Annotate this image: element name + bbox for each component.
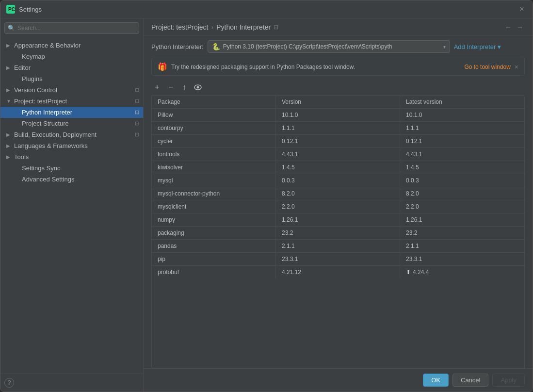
cell-version: 1.4.5 — [276, 161, 400, 174]
sidebar-item-settings-sync[interactable]: Settings Sync — [0, 163, 143, 174]
table-body: Pillow10.1.010.1.0contourpy1.1.11.1.1cyc… — [152, 109, 524, 368]
chevron-right-icon: ▶ — [6, 132, 12, 137]
help-button[interactable]: ? — [4, 378, 14, 388]
sidebar-item-label: Plugins — [22, 75, 43, 82]
cell-latest-version: 0.12.1 — [400, 135, 524, 147]
sidebar-item-label: Advanced Settings — [22, 176, 74, 183]
sidebar-item-plugins[interactable]: Plugins — [0, 73, 143, 84]
table-row[interactable]: cycler0.12.10.12.1 — [152, 135, 524, 148]
table-row[interactable]: pandas2.1.12.1.1 — [152, 240, 524, 253]
cell-package: contourpy — [152, 122, 276, 134]
search-box: 🔍 — [4, 22, 139, 34]
sidebar-item-tools[interactable]: ▶ Tools — [0, 151, 143, 163]
close-button[interactable]: × — [517, 4, 527, 14]
latest-version-value: 4.24.4 — [413, 269, 429, 276]
cell-package: mysqlclient — [152, 200, 276, 213]
content-area: Project: testProject › Python Interprete… — [144, 18, 533, 392]
apply-button[interactable]: Apply — [492, 374, 525, 387]
table-row[interactable]: mysql0.0.30.0.3 — [152, 174, 524, 187]
interpreter-row: Python Interpreter: 🐍 Python 3.10 (testP… — [144, 35, 533, 58]
forward-button[interactable]: → — [515, 23, 525, 31]
sidebar-item-advanced-settings[interactable]: Advanced Settings — [0, 174, 143, 185]
nav-arrows: ← → — [503, 23, 525, 31]
project-structure-icon: ⊡ — [135, 120, 139, 127]
table-row[interactable]: mysqlclient2.2.02.2.0 — [152, 200, 524, 213]
interpreter-select-value: Python 3.10 (testProject) C:\pyScript\te… — [223, 43, 392, 50]
table-row[interactable]: packaging23.223.2 — [152, 227, 524, 240]
table-row[interactable]: pip23.3.123.3.1 — [152, 253, 524, 266]
interpreter-chevron-icon: ▾ — [443, 44, 446, 49]
cell-latest-version: 23.2 — [400, 227, 524, 239]
sidebar-item-label: Settings Sync — [22, 164, 61, 172]
banner-text: Try the redesigned packaging support in … — [171, 64, 460, 70]
table-header: Package Version Latest version — [152, 96, 524, 109]
cell-latest-version: 1.1.1 — [400, 122, 524, 134]
gift-icon: 🎁 — [158, 62, 167, 71]
sidebar-item-keymap[interactable]: Keymap — [0, 51, 143, 62]
sidebar-item-editor[interactable]: ▶ Editor — [0, 62, 143, 73]
packages-toolbar: + − ↑ — [144, 80, 533, 95]
cell-version: 0.12.1 — [276, 135, 400, 147]
show-details-button[interactable] — [192, 82, 204, 93]
table-row[interactable]: numpy1.26.11.26.1 — [152, 213, 524, 227]
version-control-icon: ⊡ — [135, 87, 139, 93]
go-to-tool-window-link[interactable]: Go to tool window — [464, 64, 510, 70]
move-up-button[interactable]: ↑ — [178, 82, 190, 93]
cell-package: kiwisolver — [152, 161, 276, 174]
project-icon: ⊡ — [135, 98, 139, 104]
main-layout: 🔍 ▶ Appearance & Behavior Keymap ▶ Edito… — [0, 18, 533, 392]
back-button[interactable]: ← — [503, 23, 513, 31]
add-interpreter-button[interactable]: Add Interpreter ▾ — [454, 43, 501, 50]
column-package: Package — [152, 96, 276, 108]
cell-version: 10.1.0 — [276, 109, 400, 121]
sidebar-item-label: Project Structure — [22, 120, 69, 127]
cell-package: pandas — [152, 240, 276, 252]
cell-package: cycler — [152, 135, 276, 147]
add-package-button[interactable]: + — [151, 82, 163, 93]
cell-package: Pillow — [152, 109, 276, 121]
cell-latest-version: 0.0.3 — [400, 174, 524, 187]
build-icon: ⊡ — [135, 131, 139, 138]
sidebar-item-label: Python Interpreter — [22, 109, 72, 116]
interpreter-select-dropdown[interactable]: 🐍 Python 3.10 (testProject) C:\pyScript\… — [208, 40, 450, 53]
pycharm-icon: PC — [6, 5, 15, 14]
table-row[interactable]: kiwisolver1.4.51.4.5 — [152, 161, 524, 174]
table-row[interactable]: Pillow10.1.010.1.0 — [152, 109, 524, 122]
cell-version: 8.2.0 — [276, 187, 400, 200]
sidebar-item-build[interactable]: ▶ Build, Execution, Deployment ⊡ — [0, 129, 143, 140]
sidebar-item-python-interpreter[interactable]: Python Interpreter ⊡ — [0, 107, 143, 118]
title-bar: PC Settings × — [0, 0, 533, 18]
chevron-right-icon: ▶ — [6, 154, 12, 160]
table-row[interactable]: mysql-connector-python8.2.08.2.0 — [152, 187, 524, 200]
cell-package: numpy — [152, 213, 276, 226]
remove-package-button[interactable]: − — [165, 82, 177, 93]
sidebar-item-project-structure[interactable]: Project Structure ⊡ — [0, 118, 143, 129]
chevron-down-icon: ▼ — [6, 98, 12, 104]
table-row[interactable]: fonttools4.43.14.43.1 — [152, 148, 524, 161]
cell-version: 23.2 — [276, 227, 400, 239]
bottom-bar: OK Cancel Apply — [144, 368, 533, 392]
cell-package: mysql — [152, 174, 276, 187]
cell-version: 2.2.0 — [276, 200, 400, 213]
sidebar-item-project[interactable]: ▼ Project: testProject ⊡ — [0, 96, 143, 107]
ok-button[interactable]: OK — [423, 374, 449, 387]
cell-package: packaging — [152, 227, 276, 239]
table-row[interactable]: protobuf4.21.12⬆4.24.4 — [152, 266, 524, 278]
search-input[interactable] — [4, 22, 139, 34]
chevron-right-icon: ▶ — [6, 143, 12, 148]
table-row[interactable]: contourpy1.1.11.1.1 — [152, 122, 524, 135]
cell-latest-version: 23.3.1 — [400, 253, 524, 265]
sidebar-item-appearance[interactable]: ▶ Appearance & Behavior — [0, 40, 143, 51]
copy-icon[interactable]: ⊡ — [274, 24, 278, 31]
sidebar-item-version-control[interactable]: ▶ Version Control ⊡ — [0, 84, 143, 96]
packages-table: Package Version Latest version Pillow10.… — [151, 95, 525, 368]
close-banner-button[interactable]: × — [515, 63, 518, 71]
cancel-button[interactable]: Cancel — [452, 374, 488, 387]
cell-version: 1.1.1 — [276, 122, 400, 134]
add-interpreter-label: Add Interpreter — [454, 43, 496, 50]
add-interpreter-chevron-icon: ▾ — [498, 43, 501, 50]
dialog-title: Settings — [19, 6, 513, 13]
sidebar-item-label: Appearance & Behavior — [14, 42, 81, 49]
sidebar-item-languages[interactable]: ▶ Languages & Frameworks — [0, 140, 143, 151]
sidebar: 🔍 ▶ Appearance & Behavior Keymap ▶ Edito… — [0, 18, 144, 392]
